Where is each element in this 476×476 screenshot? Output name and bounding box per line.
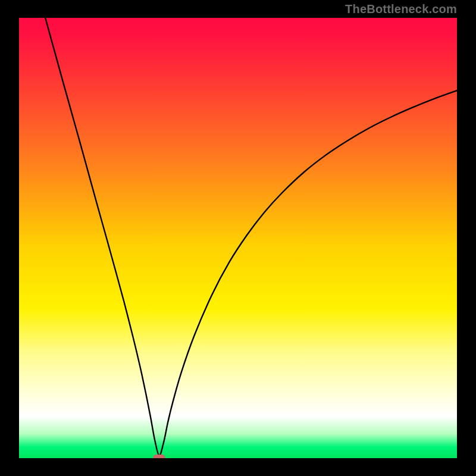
gradient-background	[19, 18, 457, 458]
optimal-marker	[154, 455, 165, 458]
chart-frame: TheBottleneck.com	[0, 0, 476, 476]
attribution-text: TheBottleneck.com	[345, 2, 457, 16]
plot-svg	[19, 18, 457, 458]
plot-area	[19, 18, 457, 458]
